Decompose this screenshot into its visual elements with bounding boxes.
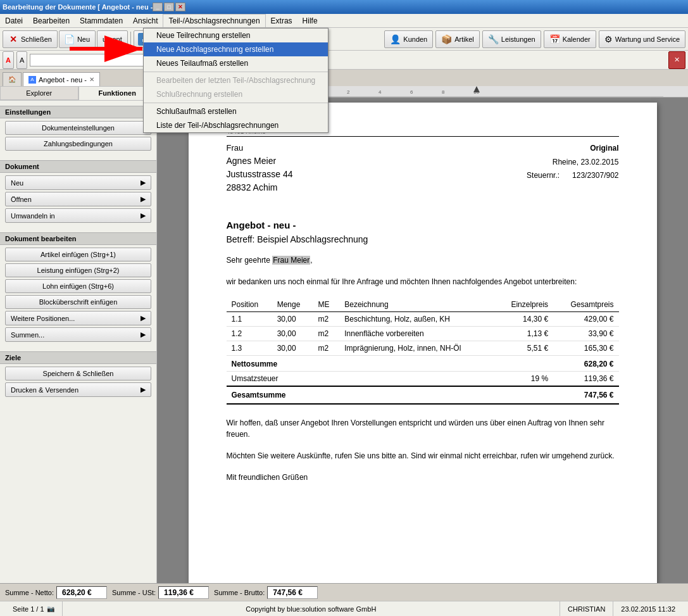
close-label: Schließen xyxy=(21,35,52,43)
meta-block: Original Rheine, 23.02.2015 Steuernr.: 1… xyxy=(527,142,618,194)
page-icon: 📷 xyxy=(47,605,54,612)
menu-datei[interactable]: Datei xyxy=(0,14,28,27)
document-page: 48431 Rheine Frau Agnes Meier Justusstra… xyxy=(189,103,657,583)
menu-teilabschlag[interactable]: Teil-/Abschlagsrechnungen xyxy=(163,14,265,27)
artikel-icon: 📦 xyxy=(441,34,452,44)
zahlungsbedingungen-btn[interactable]: Zahlungsbedingungen xyxy=(5,137,151,151)
menu-extras[interactable]: Extras xyxy=(266,14,297,27)
wartung-label: Wartung und Service xyxy=(615,35,680,43)
row2-pos: 1.2 xyxy=(227,326,272,341)
tab-home[interactable]: 🏠 xyxy=(3,72,22,86)
row1-bezeichnung: Beschichtung, Holz, außen, KH xyxy=(339,311,495,326)
menu-hilfe[interactable]: Hilfe xyxy=(297,14,323,27)
doc-button[interactable]: ument xyxy=(97,30,128,48)
svg-text:6: 6 xyxy=(410,89,413,95)
leistungen-button[interactable]: 🔧 Leistungen xyxy=(482,30,541,48)
liste-item[interactable]: Liste der Teil-/Abschlagsrechnungen xyxy=(144,118,328,132)
leistung-einfuegen-btn[interactable]: Leistung einfügen (Strg+2) xyxy=(5,263,151,277)
header-section: Frau Agnes Meier Justusstrasse 44 28832 … xyxy=(227,142,619,207)
menu-bearbeiten[interactable]: Bearbeiten xyxy=(28,14,75,27)
section-ziele: Ziele Speichern & Schließen Drucken & Ve… xyxy=(0,346,156,401)
speichern-schliessen-btn[interactable]: Speichern & Schließen xyxy=(5,367,151,380)
kalender-button[interactable]: 📅 Kalender xyxy=(544,30,596,48)
copyright-text: Copyright by blue:solution software GmbH xyxy=(246,605,376,613)
blockueberschrift-einfuegen-btn[interactable]: Blocküberschrift einfügen xyxy=(5,295,151,309)
leistungen-label: Leistungen xyxy=(501,35,535,43)
kunden-button[interactable]: 👤 Kunden xyxy=(384,30,433,48)
ust-label: Summe - USt: xyxy=(112,589,156,596)
row1-pos: 1.1 xyxy=(227,311,272,326)
text-format-btn2[interactable]: A xyxy=(16,51,27,69)
new-button[interactable]: 📄 Neu xyxy=(59,30,96,48)
comma: , xyxy=(310,256,312,265)
doc-city-date: Rheine, 23.02.2015 xyxy=(527,156,618,170)
close-panel-btn[interactable]: ✕ xyxy=(668,51,685,69)
lohn-einfuegen-btn[interactable]: Lohn einfügen (Strg+6) xyxy=(5,279,151,293)
tab-angebot[interactable]: A Angebot - neu - ✕ xyxy=(23,72,100,86)
gesamtsumme-label: Gesamtsumme xyxy=(227,386,496,404)
artikel-label: Artikel xyxy=(454,35,474,43)
gesamtsumme-row: Gesamtsumme 747,56 € xyxy=(227,386,619,404)
close-button[interactable]: ✕ xyxy=(175,3,185,11)
nettosumme-label: Nettosumme xyxy=(227,355,496,371)
dokument-title: Dokument xyxy=(0,160,156,173)
netto-field: Summe - Netto: 628,20 € xyxy=(5,586,107,599)
doc-title: Angebot - neu - xyxy=(227,220,619,230)
summen-btn[interactable]: Summen... ▶ xyxy=(5,327,151,342)
subject-label: Betreff: xyxy=(227,234,255,244)
search-input[interactable] xyxy=(30,54,156,66)
page-indicator: Seite 1 / 1 📷 xyxy=(5,601,63,616)
weitere-positionen-btn[interactable]: Weitere Positionen... ▶ xyxy=(5,311,151,325)
separator-1 xyxy=(130,32,131,47)
section-dokument-bearbeiten: Dokument bearbeiten Artikel einfügen (St… xyxy=(0,227,156,346)
drucken-versenden-btn[interactable]: Drucken & Versenden ▶ xyxy=(5,382,151,397)
table-row: 1.1 30,00 m2 Beschichtung, Holz, außen, … xyxy=(227,311,619,326)
col-einzelpreis: Einzelpreis xyxy=(495,298,553,312)
schlussaufmass-item[interactable]: Schlußaufmaß erstellen xyxy=(144,104,328,118)
tab-label: Angebot - neu - xyxy=(39,76,87,84)
neu-btn[interactable]: Neu ▶ xyxy=(5,175,151,190)
doc-background: 48431 Rheine Frau Agnes Meier Justusstra… xyxy=(157,97,688,583)
minimize-button[interactable]: _ xyxy=(153,3,163,11)
new-icon: 📄 xyxy=(65,34,75,44)
close-button[interactable]: ✕ Schließen xyxy=(3,30,58,48)
neues-teilaufmass-item[interactable]: Neues Teilaufmaß erstellen xyxy=(144,56,328,70)
dokumenteinstellungen-btn[interactable]: Dokumenteinstellungen xyxy=(5,121,151,135)
bearbeiten-item: Bearbeiten der letzten Teil-/Abschlagsre… xyxy=(144,73,328,87)
col-menge: Menge xyxy=(272,298,313,312)
row1-menge: 30,00 xyxy=(272,311,313,326)
maximize-button[interactable]: □ xyxy=(164,3,174,11)
artikel-button[interactable]: 📦 Artikel xyxy=(435,30,480,48)
wartung-button[interactable]: ⚙ Wartung und Service xyxy=(599,30,685,48)
address-city: 28832 Achim xyxy=(227,181,293,194)
umsatzsteuer-label: Umsatzsteuer xyxy=(227,371,496,386)
umsatzsteuer-value: 119,36 € xyxy=(553,371,618,386)
gesamtsumme-value: 747,56 € xyxy=(553,386,618,404)
user-text: CHRISTIAN xyxy=(568,605,605,613)
menu-bar: Datei Bearbeiten Stammdaten Ansicht Teil… xyxy=(0,14,688,28)
document-area[interactable]: -10 -8 -6 -4 -2 0 2 4 6 8 10 48431 Rhein… xyxy=(157,86,688,583)
neue-teilrechnung-item[interactable]: Neue Teilrechnung erstellen xyxy=(144,28,328,42)
kalender-icon: 📅 xyxy=(549,34,560,44)
menu-ansicht[interactable]: Ansicht xyxy=(128,14,163,27)
menu-stammdaten[interactable]: Stammdaten xyxy=(75,14,128,27)
oeffnen-btn[interactable]: Öffnen ▶ xyxy=(5,192,151,206)
text-format-btn[interactable]: A xyxy=(3,51,14,69)
brutto-value: 747,56 € xyxy=(267,586,318,599)
row1-einzelpreis: 14,30 € xyxy=(495,311,553,326)
neue-abschlagsrechnung-item[interactable]: Neue Abschlagsrechnung erstellen xyxy=(144,42,328,56)
menu-separator-1 xyxy=(144,72,328,72)
sidebar: Explorer Funktionen Einstellungen Dokume… xyxy=(0,86,157,583)
row1-me: m2 xyxy=(313,311,339,326)
tab-close-btn[interactable]: ✕ xyxy=(89,76,94,83)
artikel-einfuegen-btn[interactable]: Artikel einfügen (Strg+1) xyxy=(5,248,151,261)
sidebar-tab-explorer[interactable]: Explorer xyxy=(0,86,78,100)
address-salutation: Frau xyxy=(227,142,293,154)
schlussrechnung-item: Schlußrechnung erstellen xyxy=(144,87,328,101)
umwandeln-btn[interactable]: Umwandeln in ▶ xyxy=(5,208,151,223)
row2-menge: 30,00 xyxy=(272,326,313,341)
umsatzsteuer-row: Umsatzsteuer 19 % 119,36 € xyxy=(227,371,619,386)
section-dokument: Dokument Neu ▶ Öffnen ▶ Umwandeln in ▶ xyxy=(0,155,156,227)
row2-bezeichnung: Innenfläche vorbereiten xyxy=(339,326,495,341)
svg-text:8: 8 xyxy=(442,89,445,95)
